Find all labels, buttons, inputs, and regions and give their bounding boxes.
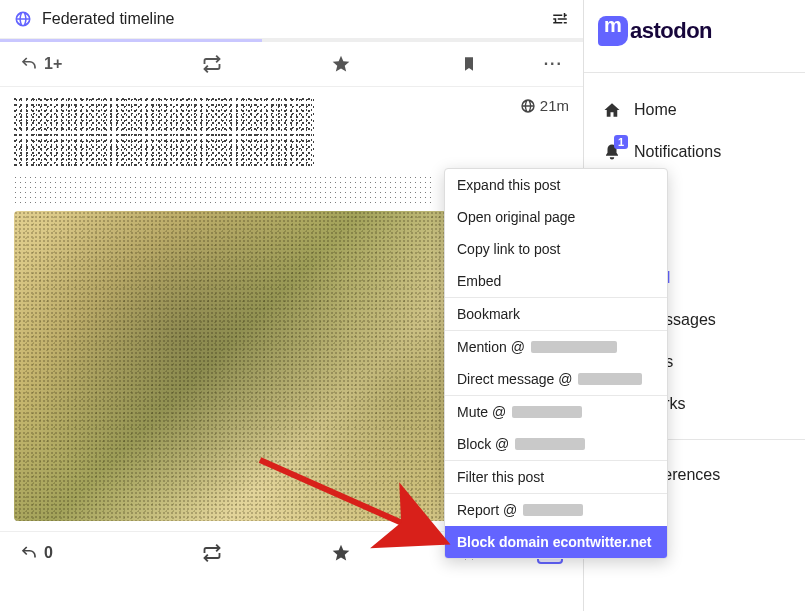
nav-label: Notifications xyxy=(634,143,721,161)
menu-label: Report @ xyxy=(457,502,517,518)
redacted-username xyxy=(515,438,585,450)
timestamp-text: 21m xyxy=(540,97,569,114)
menu-label: Open original page xyxy=(457,209,575,225)
mastodon-wordmark: astodon xyxy=(630,18,712,44)
menu-label: Bookmark xyxy=(457,306,520,322)
menu-label: Embed xyxy=(457,273,501,289)
menu-open-original[interactable]: Open original page xyxy=(445,201,667,233)
menu-block[interactable]: Block @ xyxy=(445,428,667,460)
redacted-username xyxy=(512,406,582,418)
reply-button[interactable]: 1+ xyxy=(20,55,148,73)
column-title: Federated timeline xyxy=(42,10,551,28)
menu-label: Filter this post xyxy=(457,469,544,485)
menu-bookmark[interactable]: Bookmark xyxy=(445,298,667,330)
home-icon xyxy=(602,101,622,119)
post-top-actionbar: 1+ ··· xyxy=(0,42,583,87)
reply-count: 0 xyxy=(44,544,53,562)
menu-block-domain[interactable]: Block domain econtwitter.net xyxy=(445,526,667,558)
menu-direct-message[interactable]: Direct message @ xyxy=(445,363,667,395)
column-settings-icon[interactable] xyxy=(551,10,569,28)
column-progress xyxy=(0,39,583,42)
menu-filter-post[interactable]: Filter this post xyxy=(445,461,667,493)
menu-label: Mute @ xyxy=(457,404,506,420)
menu-label: Block domain econtwitter.net xyxy=(457,534,651,550)
boost-button[interactable] xyxy=(148,543,276,563)
menu-label: Block @ xyxy=(457,436,509,452)
redacted-username xyxy=(531,341,617,353)
menu-report[interactable]: Report @ xyxy=(445,494,667,526)
redacted-username xyxy=(578,373,642,385)
post-more-menu: Expand this post Open original page Copy… xyxy=(444,168,668,559)
menu-mention[interactable]: Mention @ xyxy=(445,331,667,363)
notification-badge: 1 xyxy=(614,135,628,149)
favourite-button[interactable] xyxy=(277,54,405,74)
menu-embed[interactable]: Embed xyxy=(445,265,667,297)
column-header: Federated timeline xyxy=(0,0,583,39)
menu-copy-link[interactable]: Copy link to post xyxy=(445,233,667,265)
post-author-redacted xyxy=(14,97,314,167)
more-button[interactable]: ··· xyxy=(533,55,563,73)
divider xyxy=(584,72,805,73)
menu-label: Mention @ xyxy=(457,339,525,355)
post-text-redacted xyxy=(14,175,434,205)
redacted-username xyxy=(523,504,583,516)
reply-button[interactable]: 0 xyxy=(20,544,148,562)
globe-icon xyxy=(14,10,32,28)
nav-home[interactable]: Home xyxy=(598,93,791,127)
nav-label: Home xyxy=(634,101,677,119)
nav-notifications[interactable]: 1 Notifications xyxy=(598,135,791,169)
post-timestamp[interactable]: 21m xyxy=(520,97,569,114)
mastodon-logo[interactable]: astodon xyxy=(598,16,791,46)
menu-label: Copy link to post xyxy=(457,241,561,257)
menu-label: Expand this post xyxy=(457,177,561,193)
menu-expand-post[interactable]: Expand this post xyxy=(445,169,667,201)
bookmark-button[interactable] xyxy=(405,55,533,73)
boost-button[interactable] xyxy=(148,54,276,74)
reply-count: 1+ xyxy=(44,55,62,73)
menu-label: Direct message @ xyxy=(457,371,572,387)
mastodon-mark-icon xyxy=(598,16,628,46)
favourite-button[interactable] xyxy=(277,543,405,563)
menu-mute[interactable]: Mute @ xyxy=(445,396,667,428)
